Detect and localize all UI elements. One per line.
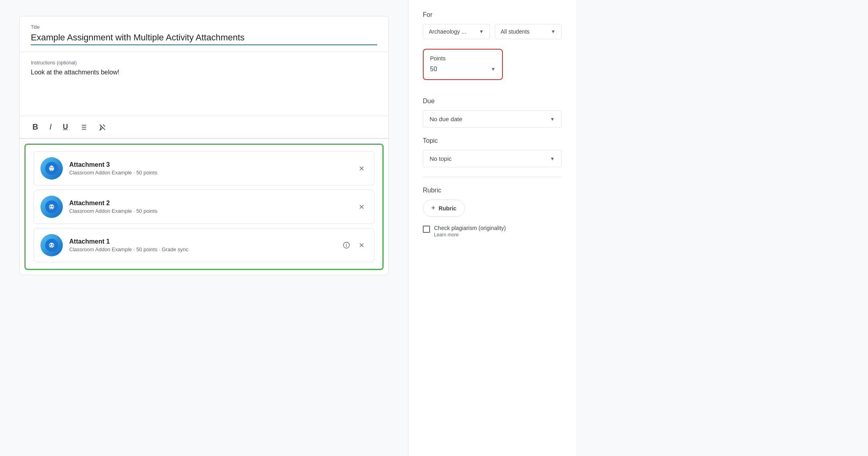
attachment-item: Attachment 1 Classroom Addon Example · 5…: [34, 228, 374, 262]
learn-more-link[interactable]: Learn more: [434, 232, 506, 238]
attachment-3-name: Attachment 3: [69, 161, 351, 168]
attachment-3-meta: Classroom Addon Example · 50 points: [69, 170, 351, 176]
topic-dropdown-arrow: ▼: [550, 156, 555, 162]
class-dropdown-arrow: ▼: [479, 29, 484, 34]
points-value: 50: [430, 66, 437, 73]
for-label: For: [423, 11, 562, 18]
points-dropdown-arrow: ▼: [491, 66, 496, 72]
remove-attachment-3-button[interactable]: [356, 162, 368, 174]
attachment-3-info: Attachment 3 Classroom Addon Example · 5…: [69, 161, 351, 176]
clear-format-button[interactable]: [97, 122, 108, 133]
divider: [423, 177, 562, 177]
attachment-2-actions: [356, 201, 368, 213]
class-value: Archaeology ...: [429, 28, 466, 35]
points-dropdown[interactable]: 50 ▼: [430, 66, 496, 73]
attachment-3-actions: [356, 162, 368, 174]
formatting-toolbar: B I U: [20, 116, 388, 139]
rubric-button[interactable]: + Rubric: [423, 200, 465, 217]
remove-attachment-2-button[interactable]: [356, 201, 368, 213]
students-dropdown-arrow: ▼: [551, 29, 556, 34]
plagiarism-section: Check plagiarism (originality) Learn mor…: [423, 225, 562, 238]
instructions-label: Instructions (optional): [31, 60, 377, 66]
points-label: Points: [430, 55, 496, 62]
info-attachment-1-button[interactable]: [340, 239, 352, 251]
points-box: Points 50 ▼: [423, 49, 503, 80]
plagiarism-label: Check plagiarism (originality): [434, 225, 506, 231]
students-dropdown[interactable]: All students ▼: [495, 24, 562, 39]
topic-label: Topic: [423, 137, 562, 144]
title-label: Title: [31, 24, 377, 30]
svg-line-7: [103, 124, 105, 126]
italic-button[interactable]: I: [48, 121, 53, 133]
due-label: Due: [423, 98, 562, 105]
underline-button[interactable]: U: [61, 121, 70, 133]
students-value: All students: [501, 28, 530, 35]
attachment-icon-1: [40, 234, 63, 256]
due-dropdown-arrow: ▼: [550, 116, 555, 122]
attachment-1-meta: Classroom Addon Example · 50 points · Gr…: [69, 246, 336, 252]
attachment-1-info: Attachment 1 Classroom Addon Example · 5…: [69, 238, 336, 252]
plagiarism-checkbox[interactable]: [423, 226, 430, 233]
attachment-icon-2: [40, 196, 63, 218]
side-panel: For Archaeology ... ▼ All students ▼ Poi…: [408, 0, 576, 456]
attachment-1-name: Attachment 1: [69, 238, 336, 245]
title-input[interactable]: [31, 32, 377, 45]
topic-dropdown[interactable]: No topic ▼: [423, 150, 562, 167]
rubric-label: Rubric: [423, 187, 562, 194]
attachments-area: Attachment 3 Classroom Addon Example · 5…: [24, 144, 384, 270]
due-value: No due date: [430, 116, 462, 122]
topic-value: No topic: [430, 155, 452, 162]
attachment-2-info: Attachment 2 Classroom Addon Example · 5…: [69, 200, 351, 214]
bold-button[interactable]: B: [31, 121, 40, 133]
instructions-text[interactable]: Look at the attachments below!: [31, 69, 377, 76]
rubric-btn-label: Rubric: [439, 205, 456, 212]
attachment-item: Attachment 3 Classroom Addon Example · 5…: [34, 151, 374, 186]
attachment-item: Attachment 2 Classroom Addon Example · 5…: [34, 190, 374, 224]
attachment-2-meta: Classroom Addon Example · 50 points: [69, 208, 351, 214]
due-dropdown[interactable]: No due date ▼: [423, 110, 562, 128]
attachment-2-name: Attachment 2: [69, 200, 351, 207]
remove-attachment-1-button[interactable]: [356, 239, 368, 251]
list-button[interactable]: [78, 122, 89, 133]
attachment-icon-3: [40, 157, 63, 180]
attachment-1-actions: [340, 239, 368, 251]
plus-icon: +: [431, 204, 436, 212]
class-dropdown[interactable]: Archaeology ... ▼: [423, 24, 490, 39]
